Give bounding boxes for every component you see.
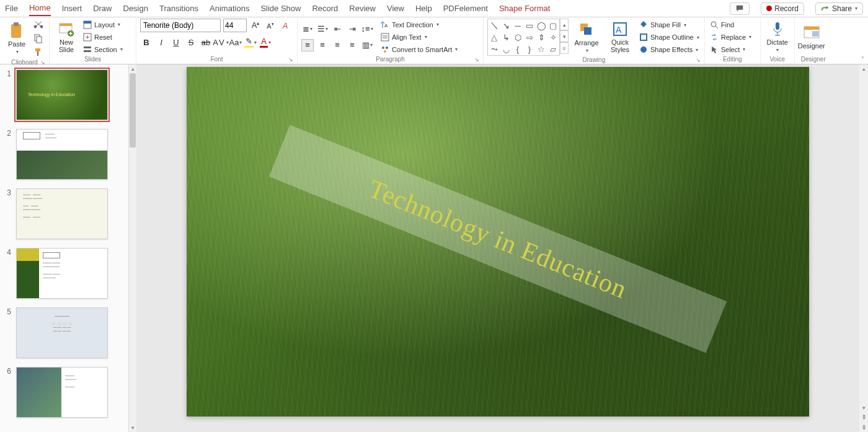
line-spacing-button[interactable]: ↕≡▾ xyxy=(361,23,373,35)
drawing-launcher[interactable]: ↘ xyxy=(696,56,701,64)
convert-smartart-button[interactable]: Convert to SmartArt▾ xyxy=(379,44,459,55)
next-slide-button[interactable]: ⇟ xyxy=(861,422,867,432)
align-center-button[interactable]: ≡ xyxy=(316,39,329,51)
shapes-expand[interactable]: ≡ xyxy=(560,42,569,54)
select-button[interactable]: Select▾ xyxy=(709,44,753,55)
quick-styles-button[interactable]: A Quick Styles xyxy=(604,19,636,55)
tab-record[interactable]: Record xyxy=(312,1,338,15)
slide-thumbnail-2[interactable]: ━━━━━━━━━━━ xyxy=(16,129,108,180)
paste-button[interactable]: Paste ▾ xyxy=(4,20,30,56)
bold-button[interactable]: B xyxy=(140,36,153,48)
shapes-gallery[interactable]: ＼ ↘ ─ ▭ ◯ ▢ △ ↳ ⬡ ⇨ ⇕ ✧ ⤳ ◡ { } ☆ xyxy=(487,19,560,56)
clear-format-button[interactable]: A xyxy=(279,19,291,32)
slide-thumbnail-4[interactable]: ━━━━━ ━━━━━━━━━━━━━━━━━━ ━━━━━━━━━━━ xyxy=(16,248,108,299)
font-name-select[interactable] xyxy=(140,19,221,32)
tab-file[interactable]: File xyxy=(5,1,18,15)
shape-arrowr-icon[interactable]: ⇨ xyxy=(524,32,535,43)
shape-outline-button[interactable]: Shape Outline▾ xyxy=(638,32,701,43)
strike-button[interactable]: S xyxy=(185,36,197,48)
designer-button[interactable]: Designer xyxy=(799,19,825,55)
underline-button[interactable]: U xyxy=(170,36,182,48)
shape-brace-r-icon[interactable]: } xyxy=(524,43,535,55)
shape-triangle-icon[interactable]: △ xyxy=(489,32,500,43)
shape-connector-icon[interactable]: ↳ xyxy=(500,32,512,43)
canvas-scrollbar[interactable]: ▴ ▾ ⇞ ⇟ xyxy=(859,64,868,432)
shape-arrowud-icon[interactable]: ⇕ xyxy=(536,32,547,43)
copy-button[interactable] xyxy=(32,32,45,45)
align-right-button[interactable]: ≡ xyxy=(331,39,343,51)
comments-button[interactable] xyxy=(730,2,750,15)
dictate-button[interactable]: Dictate▾ xyxy=(764,19,790,55)
shape-line-icon[interactable]: ＼ xyxy=(489,20,500,31)
italic-button[interactable]: I xyxy=(155,36,167,48)
tab-home[interactable]: Home xyxy=(29,1,51,16)
tab-transitions[interactable]: Transitions xyxy=(159,1,198,15)
shape-action-icon[interactable]: ▱ xyxy=(547,43,559,55)
shape-rect-icon[interactable]: ▭ xyxy=(524,20,535,31)
find-button[interactable]: Find xyxy=(709,19,753,30)
scroll-up-button[interactable]: ▴ xyxy=(131,64,135,73)
format-painter-button[interactable] xyxy=(32,46,45,58)
shape-line2-icon[interactable]: ─ xyxy=(512,20,523,31)
slide-canvas-area[interactable]: Technology in Education xyxy=(136,64,859,432)
cut-button[interactable] xyxy=(32,19,45,31)
share-button[interactable]: Share ▾ xyxy=(815,2,863,15)
font-color-button[interactable]: A▾ xyxy=(259,36,272,48)
shapes-scroll-up[interactable]: ▴ xyxy=(560,19,569,30)
tab-design[interactable]: Design xyxy=(123,1,148,15)
shape-star-icon[interactable]: ☆ xyxy=(536,43,547,55)
change-case-button[interactable]: Aa▾ xyxy=(229,36,242,48)
increase-font-button[interactable]: A▴ xyxy=(249,19,262,32)
record-button[interactable]: Record xyxy=(761,2,804,15)
tab-animations[interactable]: Animations xyxy=(210,1,249,15)
tab-slideshow[interactable]: Slide Show xyxy=(260,1,301,15)
new-slide-button[interactable]: New Slide xyxy=(53,19,79,55)
tab-shape-format[interactable]: Shape Format xyxy=(499,1,550,15)
shape-curve-icon[interactable]: ⤳ xyxy=(489,43,500,55)
slide-thumbnail-3[interactable]: ━━━━ ━━━━━━━━━ ━━━━━━━━ ━━━━━━━━ ━━━━━━━… xyxy=(16,188,108,239)
shape-hexagon-icon[interactable]: ⬡ xyxy=(512,32,523,43)
slide-thumbnail-6[interactable]: ━━━━━━━━━━━━━━━━ xyxy=(16,367,108,418)
tab-pdfelement[interactable]: PDFelement xyxy=(443,1,488,15)
reset-button[interactable]: Reset xyxy=(82,32,124,43)
slide-thumbnail-5[interactable]: ━━━━━━━━▢ ▢ ▢ ▢━━ ━━ ━━ ━━━━ ━━ ━━ ━━ xyxy=(16,307,108,358)
increase-indent-button[interactable]: ⇥ xyxy=(346,23,358,35)
tab-view[interactable]: View xyxy=(387,1,404,15)
columns-button[interactable]: ▥▾ xyxy=(361,39,373,51)
shape-oval-icon[interactable]: ◯ xyxy=(536,20,547,31)
tab-help[interactable]: Help xyxy=(415,1,432,15)
thumbnail-scrollbar[interactable]: ▴ ▾ xyxy=(129,64,136,432)
tab-insert[interactable]: Insert xyxy=(62,1,82,15)
scroll-handle[interactable] xyxy=(130,73,136,148)
tab-draw[interactable]: Draw xyxy=(93,1,112,15)
layout-button[interactable]: Layout▾ xyxy=(82,19,124,30)
font-size-select[interactable] xyxy=(223,19,247,32)
scroll-down-button[interactable]: ▾ xyxy=(131,423,135,432)
replace-button[interactable]: Replace▾ xyxy=(709,32,753,43)
align-left-button[interactable]: ≡ xyxy=(301,39,314,51)
arrange-button[interactable]: Arrange▾ xyxy=(571,19,602,55)
text-direction-button[interactable]: A Text Direction▾ xyxy=(379,19,459,30)
numbering-button[interactable]: ☰▾ xyxy=(316,23,329,35)
font-launcher[interactable]: ↘ xyxy=(288,55,293,64)
decrease-font-button[interactable]: A▾ xyxy=(264,19,277,32)
shape-fill-button[interactable]: Shape Fill▾ xyxy=(638,19,701,30)
align-text-button[interactable]: Align Text▾ xyxy=(379,32,459,43)
shapes-scroll-down[interactable]: ▾ xyxy=(560,30,569,42)
shape-brace-l-icon[interactable]: { xyxy=(512,43,523,55)
slide-1[interactable]: Technology in Education xyxy=(187,67,809,417)
char-spacing-button[interactable]: AV▾ xyxy=(215,36,227,48)
canvas-scroll-up[interactable]: ▴ xyxy=(862,64,866,73)
shape-arrow-icon[interactable]: ↘ xyxy=(500,20,512,31)
shape-callout-icon[interactable]: ✧ xyxy=(547,32,559,43)
justify-button[interactable]: ≡ xyxy=(346,39,358,51)
collapse-ribbon-button[interactable]: ˄ xyxy=(861,56,864,63)
shadow-button[interactable]: ab xyxy=(200,36,212,48)
canvas-scroll-down[interactable]: ▾ xyxy=(862,403,866,412)
bullets-button[interactable]: ≣▾ xyxy=(301,23,314,35)
prev-slide-button[interactable]: ⇞ xyxy=(861,412,867,422)
shape-effects-button[interactable]: Shape Effects▾ xyxy=(638,44,701,55)
paragraph-launcher[interactable]: ↘ xyxy=(474,55,479,64)
tab-review[interactable]: Review xyxy=(349,1,376,15)
shape-arc-icon[interactable]: ◡ xyxy=(500,43,512,55)
